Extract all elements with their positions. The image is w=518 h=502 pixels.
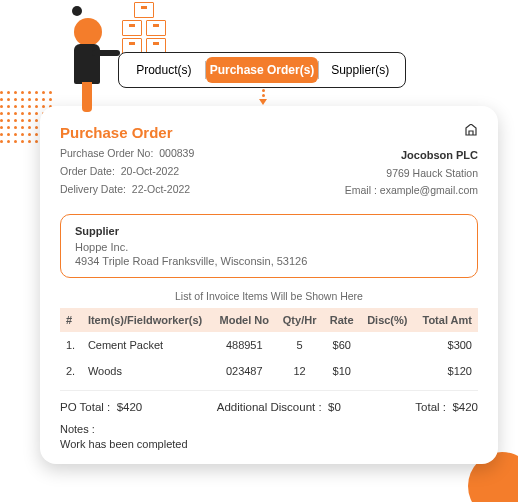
person-illustration: [70, 10, 120, 110]
table-row: 2. Woods 023487 12 $10 $120: [60, 358, 478, 384]
po-total-label: PO Total :: [60, 401, 110, 413]
po-delivery-date-row: Delivery Date: 22-Oct-2022: [60, 181, 194, 199]
addl-disc-label: Additional Discount :: [217, 401, 322, 413]
col-total: Total Amt: [414, 308, 478, 332]
cell-qty: 12: [276, 358, 323, 384]
col-item: Item(s)/Fieldworker(s): [82, 308, 213, 332]
po-delivery-date-value: 22-Oct-2022: [132, 183, 190, 195]
supplier-box: Supplier Hoppe Inc. 4934 Triple Road Fra…: [60, 214, 478, 278]
company-address: 9769 Hauck Station: [345, 165, 478, 183]
po-number-row: Purchase Order No: 000839: [60, 145, 194, 163]
cell-disc: [360, 358, 414, 384]
cell-model: 023487: [212, 358, 276, 384]
supplier-name: Hoppe Inc.: [75, 241, 463, 253]
addl-disc-value: $0: [328, 401, 341, 413]
cell-rate: $10: [323, 358, 360, 384]
tabs-bar: Product(s) Purchase Order(s) Supplier(s): [118, 52, 406, 88]
col-model: Model No: [212, 308, 276, 332]
col-idx: #: [60, 308, 82, 332]
supplier-address: 4934 Triple Road Franksville, Wisconsin,…: [75, 255, 463, 267]
po-delivery-date-label: Delivery Date:: [60, 183, 126, 195]
cell-rate: $60: [323, 332, 360, 358]
notes-label: Notes :: [60, 423, 478, 435]
grand-total-value: $420: [452, 401, 478, 413]
po-title: Purchase Order: [60, 124, 194, 141]
po-total-value: $420: [117, 401, 143, 413]
po-order-date-row: Order Date: 20-Oct-2022: [60, 163, 194, 181]
table-row: 1. Cement Packet 488951 5 $60 $300: [60, 332, 478, 358]
col-rate: Rate: [323, 308, 360, 332]
company-email: example@gmail.com: [380, 184, 478, 196]
col-qty: Qty/Hr: [276, 308, 323, 332]
invoice-list-note: List of Invoice Items Will be Shown Here: [60, 290, 478, 302]
cell-model: 488951: [212, 332, 276, 358]
po-number-value: 000839: [159, 147, 194, 159]
tab-suppliers[interactable]: Supplier(s): [319, 57, 401, 83]
boxes-illustration: [118, 2, 172, 56]
po-order-date-value: 20-Oct-2022: [121, 165, 179, 177]
company-icon: [464, 124, 478, 136]
tab-products[interactable]: Product(s): [123, 57, 205, 83]
cell-item: Woods: [82, 358, 213, 384]
items-table: # Item(s)/Fieldworker(s) Model No Qty/Hr…: [60, 308, 478, 384]
col-disc: Disc(%): [360, 308, 414, 332]
cell-total: $120: [414, 358, 478, 384]
cell-disc: [360, 332, 414, 358]
po-order-date-label: Order Date:: [60, 165, 115, 177]
notes-body: Work has been completed: [60, 438, 478, 450]
supplier-title: Supplier: [75, 225, 463, 237]
company-email-row: Email : example@gmail.com: [345, 182, 478, 200]
po-number-label: Purchase Order No:: [60, 147, 153, 159]
totals-row: PO Total : $420 Additional Discount : $0…: [60, 390, 478, 413]
purchase-order-card: Purchase Order Purchase Order No: 000839…: [40, 106, 498, 464]
cell-total: $300: [414, 332, 478, 358]
cell-idx: 2.: [60, 358, 82, 384]
tab-purchase-orders[interactable]: Purchase Order(s): [206, 57, 319, 83]
grand-total-label: Total :: [415, 401, 446, 413]
company-email-label: Email :: [345, 184, 377, 196]
cell-item: Cement Packet: [82, 332, 213, 358]
cell-idx: 1.: [60, 332, 82, 358]
company-name: Jocobson PLC: [345, 146, 478, 165]
notes-section: Notes : Work has been completed: [60, 423, 478, 450]
cell-qty: 5: [276, 332, 323, 358]
